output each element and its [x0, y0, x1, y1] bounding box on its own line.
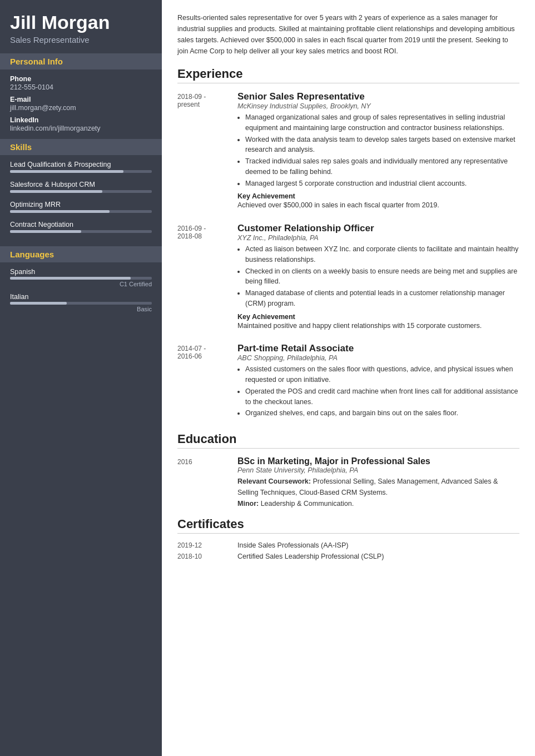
personal-info-section: Personal Info Phone 212-555-0104 E-mail … [0, 53, 162, 139]
linkedin-label: LinkedIn [10, 116, 152, 124]
job-2-bullets: Assisted customers on the sales floor wi… [245, 364, 519, 419]
job-0-date: 2018-09 -present [177, 91, 227, 213]
lang-italian: Italian Basic [10, 293, 152, 312]
job-1-title: Customer Relationship Officer [237, 223, 519, 234]
lang-name-0: Spanish [10, 268, 152, 276]
job-2-title: Part-time Retail Associate [237, 343, 519, 354]
bullet-item: Managed largest 5 corporate construction… [245, 178, 519, 189]
edu-0-school: Penn State University, Philadelphia, PA [237, 466, 519, 474]
achievement-text-0: Achieved over $500,000 in sales in each … [237, 200, 519, 211]
job-1: 2016-09 -2018-08 Customer Relationship O… [177, 223, 519, 333]
linkedin-value: linkedin.com/in/jillmorganzety [10, 125, 152, 132]
job-0-title: Senior Sales Representative [237, 91, 519, 102]
skill-lead-qual: Lead Qualification & Prospecting [10, 161, 152, 173]
cert-1-date: 2018-10 [177, 553, 227, 560]
experience-heading: Experience [177, 67, 519, 83]
bullet-item: Managed database of clients and potentia… [245, 288, 519, 309]
skill-bar-fill-1 [10, 190, 102, 193]
lang-level-1: Basic [10, 306, 152, 312]
job-0-content: Senior Sales Representative McKinsey Ind… [237, 91, 519, 213]
sidebar-header: Jill Morgan Sales Representative [0, 0, 162, 53]
phone-label: Phone [10, 75, 152, 83]
experience-section: Experience 2018-09 -present Senior Sales… [177, 67, 519, 422]
skill-name-0: Lead Qualification & Prospecting [10, 161, 152, 168]
main-content: Results-oriented sales representative fo… [162, 0, 535, 756]
email-field: E-mail jill.morgan@zety.com [10, 96, 152, 112]
bullet-item: Worked with the data analysis team to de… [245, 135, 519, 156]
candidate-title: Sales Representative [10, 35, 152, 44]
job-1-date: 2016-09 -2018-08 [177, 223, 227, 333]
education-section: Education 2016 BSc in Marketing, Major i… [177, 432, 519, 509]
job-2-company: ABC Shopping, Philadelphia, PA [237, 354, 519, 362]
job-1-bullets: Acted as liaison between XYZ Inc. and co… [245, 244, 519, 309]
achievement-label-1: Key Achievement [237, 313, 295, 321]
bullet-item: Tracked individual sales rep sales goals… [245, 156, 519, 177]
edu-0-content: BSc in Marketing, Major in Professional … [237, 456, 519, 509]
edu-0-date: 2016 [177, 456, 227, 509]
lang-bar-fill-0 [10, 277, 131, 280]
skill-mrr: Optimizing MRR [10, 201, 152, 213]
job-2: 2014-07 -2016-06 Part-time Retail Associ… [177, 343, 519, 422]
lang-name-1: Italian [10, 293, 152, 301]
edu-0-coursework: Relevant Coursework: Professional Sellin… [237, 476, 519, 498]
cert-1-name: Certified Sales Leadership Professional … [237, 553, 384, 560]
certificates-heading: Certificates [177, 517, 519, 534]
skills-section: Skills Lead Qualification & Prospecting … [0, 139, 162, 246]
summary-text: Results-oriented sales representative fo… [177, 12, 519, 57]
job-0: 2018-09 -present Senior Sales Representa… [177, 91, 519, 213]
skill-name-3: Contract Negotiation [10, 221, 152, 228]
job-2-date: 2014-07 -2016-06 [177, 343, 227, 422]
bullet-item: Assisted customers on the sales floor wi… [245, 364, 519, 385]
bullet-item: Organized shelves, end caps, and bargain… [245, 408, 519, 419]
skill-salesforce: Salesforce & Hubspot CRM [10, 181, 152, 193]
sidebar: Jill Morgan Sales Representative Persona… [0, 0, 162, 756]
email-label: E-mail [10, 96, 152, 103]
skill-contract: Contract Negotiation [10, 221, 152, 233]
skill-bar-bg-3 [10, 230, 152, 233]
job-2-content: Part-time Retail Associate ABC Shopping,… [237, 343, 519, 422]
lang-spanish: Spanish C1 Certified [10, 268, 152, 287]
achievement-text-1: Maintained positive and happy client rel… [237, 321, 519, 331]
skill-name-2: Optimizing MRR [10, 201, 152, 208]
cert-0-date: 2019-12 [177, 541, 227, 549]
cert-0: 2019-12 Inside Sales Professionals (AA-I… [177, 541, 519, 549]
edu-0: 2016 BSc in Marketing, Major in Professi… [177, 456, 519, 509]
bullet-item: Operated the POS and credit card machine… [245, 386, 519, 407]
languages-section: Languages Spanish C1 Certified Italian B… [0, 246, 162, 324]
minor-label: Minor: [237, 500, 259, 508]
phone-value: 212-555-0104 [10, 83, 152, 91]
email-value: jill.morgan@zety.com [10, 104, 152, 112]
job-1-company: XYZ Inc., Philadelphia, PA [237, 234, 519, 242]
skills-heading: Skills [0, 139, 162, 155]
certificates-section: Certificates 2019-12 Inside Sales Profes… [177, 517, 519, 560]
job-1-content: Customer Relationship Officer XYZ Inc., … [237, 223, 519, 333]
lang-bar-bg-0 [10, 277, 152, 280]
bullet-item: Acted as liaison between XYZ Inc. and co… [245, 244, 519, 265]
skill-bar-fill-0 [10, 170, 123, 173]
education-heading: Education [177, 432, 519, 449]
job-0-bullets: Managed organizational sales and group o… [245, 112, 519, 188]
cert-0-name: Inside Sales Professionals (AA-ISP) [237, 541, 348, 549]
skill-bar-bg-2 [10, 210, 152, 213]
languages-heading: Languages [0, 246, 162, 262]
lang-bar-bg-1 [10, 302, 152, 305]
skill-name-1: Salesforce & Hubspot CRM [10, 181, 152, 188]
cert-1: 2018-10 Certified Sales Leadership Profe… [177, 553, 519, 560]
bullet-item: Managed organizational sales and group o… [245, 112, 519, 133]
bullet-item: Checked in on clients on a weekly basis … [245, 266, 519, 287]
skill-bar-bg-1 [10, 190, 152, 193]
skill-bar-fill-3 [10, 230, 81, 233]
edu-0-minor: Minor: Leadership & Communication. [237, 498, 519, 509]
skill-bar-fill-2 [10, 210, 110, 213]
achievement-label-0: Key Achievement [237, 192, 295, 200]
coursework-label: Relevant Coursework: [237, 478, 311, 485]
personal-info-heading: Personal Info [0, 53, 162, 69]
lang-bar-fill-1 [10, 302, 67, 305]
minor-text: Leadership & Communication. [261, 500, 354, 508]
edu-0-degree: BSc in Marketing, Major in Professional … [237, 456, 519, 466]
candidate-name: Jill Morgan [10, 12, 152, 33]
lang-level-0: C1 Certified [10, 281, 152, 287]
skill-bar-bg-0 [10, 170, 152, 173]
linkedin-field: LinkedIn linkedin.com/in/jillmorganzety [10, 116, 152, 132]
phone-field: Phone 212-555-0104 [10, 75, 152, 91]
